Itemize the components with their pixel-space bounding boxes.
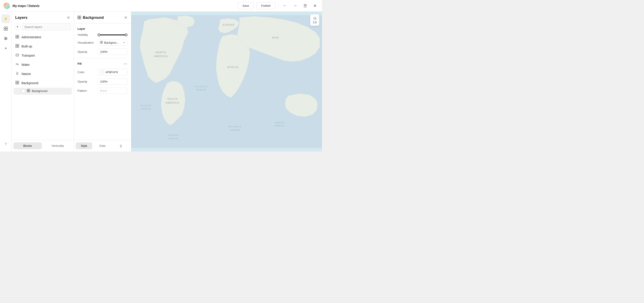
iconbar-sparkle[interactable]: ✦ xyxy=(1,44,10,53)
color-value: #FBFAF9 xyxy=(106,70,118,74)
color-swatch[interactable] xyxy=(100,70,104,74)
layer-opacity-field[interactable]: 100% xyxy=(98,49,128,55)
code-button[interactable]: {} xyxy=(113,142,129,149)
svg-rect-32 xyxy=(80,18,81,19)
svg-rect-25 xyxy=(27,89,28,90)
add-layer-button[interactable]: + xyxy=(14,24,20,30)
save-button[interactable]: Save xyxy=(238,2,254,9)
iconbar-bottom: ? xyxy=(1,140,10,151)
svg-rect-33 xyxy=(100,41,102,42)
topbar: My maps / Dataviz Save Publish ← → ☰ ✕ xyxy=(0,0,322,12)
svg-rect-35 xyxy=(100,42,102,44)
svg-text:AFRICA: AFRICA xyxy=(227,66,238,68)
fill-opacity-field[interactable]: 100% xyxy=(98,78,128,85)
layer-item-water[interactable]: Water xyxy=(14,60,72,69)
map-corner-value: 1.0 xyxy=(313,21,317,24)
transport-label: Transport xyxy=(22,54,35,57)
iconbar-help[interactable]: ? xyxy=(1,140,10,149)
visibility-row: Visibility xyxy=(78,33,128,36)
iconbar-lightning[interactable]: ⚡ xyxy=(1,14,10,23)
svg-rect-24 xyxy=(18,83,19,84)
app-logo xyxy=(4,3,10,9)
publish-button[interactable]: Publish xyxy=(256,2,276,9)
visibility-label: Visibility xyxy=(78,33,98,36)
layers-search-row: + xyxy=(12,22,74,33)
svg-text:SOUTH: SOUTH xyxy=(167,98,178,100)
close-button[interactable]: ✕ xyxy=(312,2,318,9)
svg-rect-14 xyxy=(16,44,17,46)
slider-thumb-right[interactable] xyxy=(125,33,128,36)
menu-button[interactable]: ☰ xyxy=(302,2,309,9)
svg-rect-26 xyxy=(29,89,30,90)
props-close-button[interactable]: ✕ xyxy=(124,15,128,20)
data-button[interactable]: Data xyxy=(94,142,110,149)
svg-text:ATLANTIC: ATLANTIC xyxy=(194,85,208,88)
color-row: Color #FBFAF9 xyxy=(78,69,128,75)
map-area[interactable]: PACIFIC OCEAN ATLANTIC OCEAN PACIFIC OCE… xyxy=(131,12,322,151)
iconbar-sliders[interactable] xyxy=(1,34,10,43)
svg-text:OCEAN: OCEAN xyxy=(230,129,240,131)
map-corner: ◷ 1.0 xyxy=(310,14,319,26)
svg-text:INDIAN: INDIAN xyxy=(275,121,284,124)
color-control: #FBFAF9 xyxy=(98,69,128,75)
transport-icon xyxy=(15,53,19,57)
nature-icon xyxy=(15,72,19,76)
search-layers-input[interactable] xyxy=(22,23,71,30)
layers-footer: Blocks Verticality xyxy=(12,140,74,151)
divider xyxy=(278,3,278,8)
visualization-row: Visualization Backgrou... ▾ xyxy=(78,40,128,46)
back-button[interactable]: ← xyxy=(281,2,289,9)
slider-thumb-left[interactable] xyxy=(98,33,100,36)
svg-text:AMERICA: AMERICA xyxy=(166,101,180,104)
visualization-control: Backgrou... ▾ xyxy=(98,40,128,46)
svg-rect-17 xyxy=(18,46,19,47)
svg-rect-30 xyxy=(80,16,81,17)
built-up-label: Built-up xyxy=(22,44,32,48)
layer-sub-background[interactable]: Background xyxy=(14,88,72,95)
props-body: Layer Visibility Visualization xyxy=(74,23,131,140)
pattern-field[interactable]: None xyxy=(98,88,128,94)
props-header: Background ✕ xyxy=(74,12,131,23)
layer-item-built-up[interactable]: Built-up xyxy=(14,42,72,50)
layer-sub-checkbox[interactable] xyxy=(22,89,25,93)
svg-text:OCEAN: OCEAN xyxy=(141,107,151,110)
blocks-button[interactable]: Blocks xyxy=(14,142,42,149)
svg-rect-21 xyxy=(16,81,17,82)
layers-close-button[interactable]: ✕ xyxy=(67,15,70,20)
props-footer: Style Data {} xyxy=(74,140,131,151)
layer-item-nature[interactable]: Nature xyxy=(14,69,72,78)
visualization-dropdown[interactable]: Backgrou... ▾ xyxy=(98,40,128,46)
svg-text:ASIA: ASIA xyxy=(272,36,279,39)
svg-text:ATLANTIC: ATLANTIC xyxy=(228,125,242,128)
verticality-button[interactable]: Verticality xyxy=(44,142,72,149)
layer-sub-icon xyxy=(27,89,30,93)
svg-rect-16 xyxy=(16,46,17,47)
layer-opacity-row: Opacity 100% xyxy=(78,49,128,55)
svg-text:NORTH: NORTH xyxy=(156,51,166,54)
visibility-slider[interactable] xyxy=(98,34,128,35)
breadcrumb: My maps / Dataviz xyxy=(12,4,40,7)
layers-list: Administrative Built-up Transport xyxy=(12,33,74,140)
props-title: Background xyxy=(83,16,122,20)
layer-item-administrative[interactable]: Administrative xyxy=(14,33,72,41)
style-button[interactable]: Style xyxy=(76,142,92,149)
iconbar-layers[interactable] xyxy=(1,24,10,33)
svg-point-7 xyxy=(5,37,6,38)
forward-button[interactable]: → xyxy=(291,2,299,9)
svg-text:PACIFIC: PACIFIC xyxy=(140,104,152,107)
slider-track[interactable] xyxy=(98,34,128,35)
svg-text:PACIFIC: PACIFIC xyxy=(168,134,179,136)
water-label: Water xyxy=(22,63,30,66)
layer-item-transport[interactable]: Transport xyxy=(14,51,72,60)
color-field[interactable]: #FBFAF9 xyxy=(98,69,128,75)
viz-dropdown-icon xyxy=(100,41,103,44)
fill-section-title: Fill xyxy=(78,62,82,65)
layer-item-background[interactable]: Background xyxy=(14,78,72,87)
svg-text:AMERICA: AMERICA xyxy=(154,55,168,57)
fill-collapse-button[interactable]: — xyxy=(124,61,128,66)
svg-rect-3 xyxy=(6,29,8,30)
svg-rect-15 xyxy=(18,44,19,46)
layers-header: Layers ✕ xyxy=(12,12,74,22)
pattern-row: Pattern None xyxy=(78,88,128,94)
svg-rect-36 xyxy=(102,42,103,44)
